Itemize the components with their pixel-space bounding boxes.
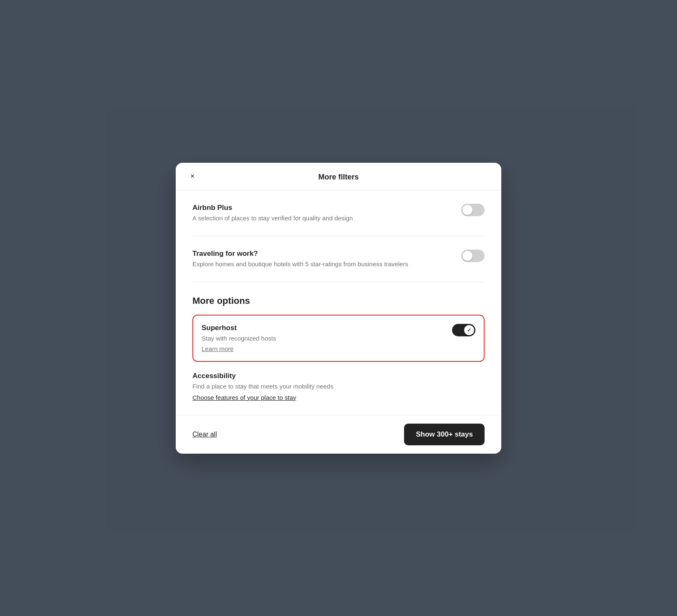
traveling-work-section: Traveling for work? Explore homes and bo…	[192, 236, 485, 282]
modal-body: Airbnb Plus A selection of places to sta…	[176, 190, 501, 415]
more-options-section: More options Superhost Stay with recogni…	[192, 282, 485, 415]
modal-footer: Clear all Show 300+ stays	[176, 415, 501, 454]
traveling-work-description: Explore homes and boutique hotels with 5…	[192, 260, 453, 268]
modal-overlay: × More filters Airbnb Plus A selection o…	[0, 0, 677, 616]
superhost-row: Superhost Stay with recognized hosts Lea…	[202, 324, 475, 353]
airbnb-plus-title: Airbnb Plus	[192, 204, 453, 212]
traveling-work-toggle[interactable]	[461, 250, 485, 262]
superhost-box: Superhost Stay with recognized hosts Lea…	[192, 315, 485, 362]
superhost-text: Superhost Stay with recognized hosts Lea…	[202, 324, 444, 353]
airbnb-plus-section: Airbnb Plus A selection of places to sta…	[192, 190, 485, 236]
show-stays-button[interactable]: Show 300+ stays	[404, 424, 485, 445]
superhost-description: Stay with recognized hosts	[202, 334, 444, 343]
accessibility-title: Accessibility	[192, 372, 485, 380]
airbnb-plus-row: Airbnb Plus A selection of places to sta…	[192, 204, 485, 222]
airbnb-plus-toggle[interactable]	[461, 204, 485, 216]
traveling-work-row: Traveling for work? Explore homes and bo…	[192, 250, 485, 268]
airbnb-plus-description: A selection of places to stay verified f…	[192, 214, 453, 222]
superhost-title: Superhost	[202, 324, 444, 332]
superhost-toggle[interactable]	[452, 324, 475, 336]
close-button[interactable]: ×	[186, 169, 199, 183]
modal-header: × More filters	[176, 163, 501, 190]
traveling-work-text: Traveling for work? Explore homes and bo…	[192, 250, 453, 268]
accessibility-section: Accessibility Find a place to stay that …	[192, 362, 485, 401]
traveling-work-title: Traveling for work?	[192, 250, 453, 258]
more-filters-modal: × More filters Airbnb Plus A selection o…	[176, 163, 501, 454]
airbnb-plus-thumb	[462, 205, 472, 215]
modal-title: More filters	[318, 173, 359, 182]
superhost-learn-more-link[interactable]: Learn more	[202, 345, 234, 352]
traveling-work-toggle-container	[461, 250, 485, 262]
choose-features-link[interactable]: Choose features of your place to stay	[192, 394, 296, 401]
clear-all-button[interactable]: Clear all	[192, 426, 217, 443]
airbnb-plus-toggle-container	[461, 204, 485, 216]
superhost-thumb	[464, 325, 474, 335]
airbnb-plus-text: Airbnb Plus A selection of places to sta…	[192, 204, 453, 222]
traveling-work-thumb	[462, 251, 472, 261]
accessibility-description: Find a place to stay that meets your mob…	[192, 382, 485, 391]
superhost-toggle-container	[452, 324, 475, 336]
more-options-title: More options	[192, 295, 485, 306]
